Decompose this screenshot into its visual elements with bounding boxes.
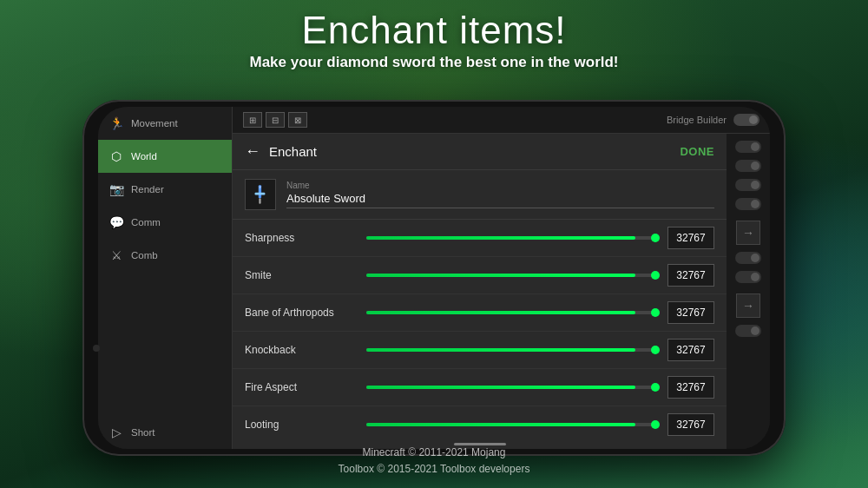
enchant-name-bane: Bane of Arthropods bbox=[245, 307, 358, 319]
icon-flag[interactable]: ⊟ bbox=[266, 112, 285, 128]
back-button[interactable]: ← bbox=[245, 142, 260, 161]
headline: Enchant items! bbox=[0, 9, 868, 52]
enchant-value-bane[interactable]: 32767 bbox=[667, 301, 714, 324]
right-panel: → → bbox=[727, 134, 770, 449]
item-name-value[interactable]: Absolute Sword bbox=[286, 192, 714, 208]
bridge-builder-label: Bridge Builder bbox=[667, 115, 727, 125]
name-label: Name bbox=[286, 181, 714, 190]
enchant-row-fire-aspect: Fire Aspect 32767 bbox=[233, 369, 727, 406]
sidebar-item-combat-label: Comb bbox=[131, 250, 158, 260]
volume-left-button bbox=[82, 230, 83, 282]
enchant-name-knockback: Knockback bbox=[245, 344, 358, 356]
enchant-slider-fill-knockback bbox=[366, 348, 635, 352]
enchant-header: ← Enchant DONE bbox=[233, 134, 727, 170]
comm-icon: 💬 bbox=[108, 214, 124, 230]
combat-icon: ⚔ bbox=[108, 247, 124, 263]
enchant-row-smite: Smite 32767 bbox=[233, 257, 727, 294]
enchant-name-fire-aspect: Fire Aspect bbox=[245, 381, 358, 393]
sidebar-item-render-label: Render bbox=[131, 184, 164, 195]
top-text-area: Enchant items! Make your diamond sword t… bbox=[0, 9, 868, 71]
enchant-name-looting: Looting bbox=[245, 419, 358, 431]
enchant-slider-fill-smite bbox=[366, 274, 635, 277]
right-toggle-1[interactable] bbox=[735, 141, 761, 153]
enchant-name-smite: Smite bbox=[245, 269, 358, 281]
arrow-right-1[interactable]: → bbox=[736, 221, 760, 245]
sidebar-item-movement-label: Movement bbox=[131, 118, 178, 129]
sword-icon bbox=[249, 183, 272, 206]
top-bar-icons: ⊞ ⊟ ⊠ bbox=[243, 112, 307, 128]
enchant-list: Sharpness 32767 Smite bbox=[233, 220, 727, 439]
world-icon: ⬡ bbox=[108, 148, 124, 164]
enchant-slider-fill-looting bbox=[366, 423, 635, 426]
sidebar-item-combat[interactable]: ⚔ Comb bbox=[98, 239, 232, 272]
footer-line1: Minecraft © 2011-2021 Mojang bbox=[0, 445, 868, 461]
enchant-slider-thumb-smite bbox=[651, 271, 660, 280]
sidebar-item-comm[interactable]: 💬 Comm bbox=[98, 206, 232, 239]
enchant-row-knockback: Knockback 32767 bbox=[233, 332, 727, 369]
enchant-slider-thumb-looting bbox=[651, 420, 660, 429]
footer-line2: Toolbox © 2015-2021 Toolbox developers bbox=[0, 461, 868, 478]
enchant-slider-thumb-bane bbox=[651, 308, 660, 317]
camera-dot bbox=[93, 345, 100, 352]
enchant-title: Enchant bbox=[269, 144, 680, 159]
sidebar: 🏃 Movement ⬡ World 📷 Render 💬 Comm ⚔ bbox=[98, 107, 233, 449]
render-icon: 📷 bbox=[108, 181, 124, 197]
enchant-row-sharpness: Sharpness 32767 bbox=[233, 220, 727, 257]
svg-rect-2 bbox=[259, 198, 260, 204]
sword-icon-box bbox=[245, 179, 276, 210]
enchant-slider-smite[interactable] bbox=[366, 274, 659, 277]
name-input-area: Name Absolute Sword bbox=[286, 181, 714, 208]
enchant-row-looting: Looting 32767 bbox=[233, 406, 727, 439]
right-toggle-2[interactable] bbox=[735, 160, 761, 172]
enchant-slider-thumb-sharpness bbox=[651, 234, 660, 242]
enchant-slider-fill-fire-aspect bbox=[366, 386, 635, 389]
right-toggle-5[interactable] bbox=[735, 252, 761, 264]
name-field: Name Absolute Sword bbox=[233, 170, 727, 220]
screen-inner: 🏃 Movement ⬡ World 📷 Render 💬 Comm ⚔ bbox=[98, 107, 770, 449]
phone-frame: 🏃 Movement ⬡ World 📷 Render 💬 Comm ⚔ bbox=[82, 100, 786, 456]
enchant-name-sharpness: Sharpness bbox=[245, 232, 358, 244]
enchant-slider-sharpness[interactable] bbox=[366, 236, 659, 240]
enchant-slider-thumb-knockback bbox=[651, 346, 660, 354]
svg-rect-1 bbox=[255, 193, 266, 195]
right-toggle-3[interactable] bbox=[735, 179, 761, 191]
done-button[interactable]: DONE bbox=[680, 145, 714, 158]
power-button bbox=[785, 221, 786, 256]
icon-menu[interactable]: ⊠ bbox=[288, 112, 307, 128]
footer: Minecraft © 2011-2021 Mojang Toolbox © 2… bbox=[0, 445, 868, 478]
enchant-row-bane: Bane of Arthropods 32767 bbox=[233, 294, 727, 332]
phone-screen: 🏃 Movement ⬡ World 📷 Render 💬 Comm ⚔ bbox=[98, 107, 770, 449]
sidebar-item-comm-label: Comm bbox=[131, 217, 161, 228]
right-toggle-7[interactable] bbox=[735, 325, 761, 337]
bridge-builder-toggle[interactable] bbox=[733, 114, 760, 126]
movement-icon: 🏃 bbox=[108, 115, 124, 131]
enchant-value-fire-aspect[interactable]: 32767 bbox=[667, 376, 714, 399]
enchant-slider-looting[interactable] bbox=[366, 423, 659, 426]
enchant-slider-thumb-fire-aspect bbox=[651, 383, 660, 392]
right-toggle-4[interactable] bbox=[735, 198, 761, 210]
sidebar-item-world[interactable]: ⬡ World bbox=[98, 140, 232, 173]
sidebar-item-shortcuts-label: Short bbox=[131, 427, 155, 438]
enchant-slider-fill-sharpness bbox=[366, 236, 635, 240]
sidebar-item-render[interactable]: 📷 Render bbox=[98, 173, 232, 206]
arrow-right-2[interactable]: → bbox=[736, 293, 760, 318]
enchant-value-sharpness[interactable]: 32767 bbox=[667, 227, 714, 249]
main-area: ⊞ ⊟ ⊠ Bridge Builder ← Enchant bbox=[233, 107, 770, 449]
volume-button bbox=[785, 274, 786, 308]
subheadline: Make your diamond sword the best one in … bbox=[0, 54, 868, 71]
shortcuts-icon: ▷ bbox=[108, 425, 124, 440]
icon-grid[interactable]: ⊞ bbox=[243, 112, 262, 128]
enchant-value-looting[interactable]: 32767 bbox=[667, 413, 714, 436]
enchant-slider-fire-aspect[interactable] bbox=[366, 386, 659, 389]
enchant-slider-knockback[interactable] bbox=[366, 348, 659, 352]
right-toggle-6[interactable] bbox=[735, 271, 761, 283]
enchant-slider-fill-bane bbox=[366, 311, 635, 314]
enchant-value-smite[interactable]: 32767 bbox=[667, 264, 714, 287]
enchant-slider-bane[interactable] bbox=[366, 311, 659, 314]
enchant-panel: ← Enchant DONE bbox=[233, 134, 727, 449]
sidebar-item-world-label: World bbox=[131, 151, 157, 162]
enchant-value-knockback[interactable]: 32767 bbox=[667, 339, 714, 361]
top-bar: ⊞ ⊟ ⊠ Bridge Builder bbox=[233, 107, 770, 134]
sidebar-item-movement[interactable]: 🏃 Movement bbox=[98, 107, 232, 140]
